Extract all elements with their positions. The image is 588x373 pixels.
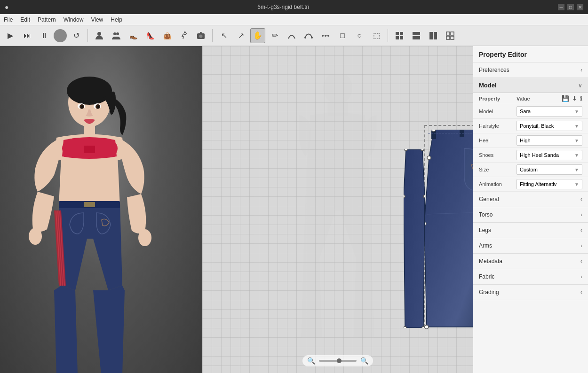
maximize-button[interactable]: □ [567, 4, 574, 10]
pattern-area[interactable]: 🔍 🔍 [202, 46, 473, 373]
svg-rect-22 [451, 32, 454, 35]
record-button[interactable] [54, 29, 67, 42]
grid3-button[interactable] [426, 28, 441, 43]
general-chevron: ‹ [580, 196, 582, 202]
svg-point-82 [423, 195, 425, 198]
prop-model-arrow: ▼ [574, 109, 579, 114]
prop-animation-value[interactable]: Fitting Alternativ ▼ [516, 179, 582, 189]
metadata-chevron: ‹ [580, 258, 582, 264]
pattern-piece-left-front[interactable] [424, 130, 473, 332]
download-prop-icon[interactable]: ⬇ [572, 95, 577, 102]
avatar2-button[interactable] [109, 28, 124, 43]
model-section-chevron: ∨ [578, 82, 582, 89]
bezier-button[interactable] [301, 28, 316, 43]
menu-help[interactable]: Help [111, 16, 122, 23]
svg-rect-13 [396, 32, 399, 35]
prop-size-text: Custom [520, 167, 538, 172]
general-section[interactable]: General ‹ [473, 192, 588, 207]
svg-point-10 [322, 35, 324, 37]
play-button[interactable]: ▶ [3, 28, 18, 43]
svg-point-3 [184, 31, 186, 33]
prop-size: Size Custom ▼ [473, 163, 588, 177]
zoom-slider[interactable] [319, 360, 357, 362]
preferences-collapse-icon: ‹ [580, 67, 582, 73]
minimize-button[interactable]: ─ [558, 4, 564, 10]
preferences-section[interactable]: Preferences ‹ [473, 62, 588, 78]
zoom-out-icon[interactable]: 🔍 [307, 357, 315, 365]
zoom-slider-thumb[interactable] [337, 358, 342, 363]
svg-point-85 [404, 195, 405, 198]
grid4-button[interactable] [443, 28, 458, 43]
select-button[interactable]: ↖ [216, 28, 231, 43]
rectsel-button[interactable]: ⬚ [369, 28, 384, 43]
dotpen-button[interactable] [318, 28, 333, 43]
rect-button[interactable]: □ [335, 28, 350, 43]
menu-window[interactable]: Window [64, 16, 84, 23]
svg-rect-45 [460, 130, 464, 137]
prop-heel-value[interactable]: High ▼ [516, 135, 582, 146]
heel-button[interactable]: 👠 [143, 28, 158, 43]
toolbar: ▶ ⏭ ⏸ ↺ 👞 👠 👜 ↖ ↗ ✋ ✏ □ ○ ⬚ [0, 25, 588, 46]
torso-section[interactable]: Torso ‹ [473, 207, 588, 223]
zoom-in-icon[interactable]: 🔍 [360, 357, 368, 365]
reset-button[interactable]: ↺ [69, 28, 84, 43]
grading-section[interactable]: Grading ‹ [473, 285, 588, 300]
svg-rect-16 [400, 36, 403, 39]
avatar-button[interactable] [92, 28, 107, 43]
save-prop-icon[interactable]: 💾 [562, 95, 569, 102]
legs-chevron: ‹ [580, 227, 582, 233]
curve-button[interactable] [284, 28, 299, 43]
pause-button[interactable]: ⏸ [37, 28, 52, 43]
fabric-section[interactable]: Fabric ‹ [473, 269, 588, 285]
legs-section[interactable]: Legs ‹ [473, 223, 588, 238]
arms-section[interactable]: Arms ‹ [473, 238, 588, 254]
prop-shoes-value[interactable]: High Heel Sanda ▼ [516, 150, 582, 160]
menu-pattern[interactable]: Pattern [38, 16, 56, 23]
metadata-section[interactable]: Metadata ‹ [473, 254, 588, 269]
svg-point-2 [116, 32, 119, 35]
close-button[interactable]: ✕ [577, 4, 583, 10]
property-editor-panel: Property Editor Preferences ‹ Model ∨ Pr… [473, 46, 588, 373]
prop-model: Model Sara ▼ [473, 104, 588, 119]
prop-animation-text: Fitting Alternativ [520, 181, 556, 187]
grading-label: Grading [479, 289, 499, 295]
circle-button[interactable]: ○ [352, 28, 367, 43]
menu-view[interactable]: View [91, 16, 103, 23]
svg-rect-18 [413, 36, 420, 39]
pattern-piece-side-left[interactable] [404, 149, 425, 328]
main-area: 🔍 🔍 Property Editor Preferences ‹ Model … [0, 46, 588, 373]
shoe-button[interactable]: 👞 [126, 28, 141, 43]
prop-size-value[interactable]: Custom ▼ [516, 164, 582, 175]
svg-marker-6 [199, 32, 202, 33]
grid1-button[interactable] [392, 28, 407, 43]
model-section-header[interactable]: Model ∨ [473, 78, 588, 93]
pen-button[interactable]: ✏ [267, 28, 282, 43]
menu-edit[interactable]: Edit [20, 16, 30, 23]
camera-button[interactable] [193, 28, 208, 43]
prop-shoes-arrow: ▼ [574, 153, 579, 158]
walk-button[interactable] [176, 28, 191, 43]
grid2-button[interactable] [409, 28, 424, 43]
move-button[interactable]: ✋ [250, 28, 265, 43]
svg-point-83 [422, 326, 425, 328]
svg-point-38 [81, 106, 84, 108]
separator-2 [212, 29, 213, 42]
menu-file[interactable]: File [4, 16, 13, 23]
avatar-3d [14, 74, 174, 365]
prop-hairstyle-value[interactable]: Ponytail, Black ▼ [516, 121, 582, 131]
prop-hairstyle-arrow: ▼ [574, 124, 579, 129]
next-button[interactable]: ⏭ [20, 28, 35, 43]
info-prop-icon[interactable]: ℹ [580, 95, 582, 102]
grading-chevron: ‹ [580, 289, 582, 295]
prop-heel-text: High [520, 138, 531, 143]
torso-chevron: ‹ [580, 211, 582, 218]
bag-button[interactable]: 👜 [159, 28, 175, 43]
prop-heel: Heel High ▼ [473, 133, 588, 148]
prop-col-value: Value [516, 96, 562, 101]
viewport-3d[interactable] [0, 46, 202, 373]
prop-model-value[interactable]: Sara ▼ [516, 106, 582, 117]
svg-rect-21 [446, 32, 450, 35]
svg-point-8 [311, 37, 313, 39]
svg-point-42 [323, 74, 352, 104]
select2-button[interactable]: ↗ [233, 28, 248, 43]
